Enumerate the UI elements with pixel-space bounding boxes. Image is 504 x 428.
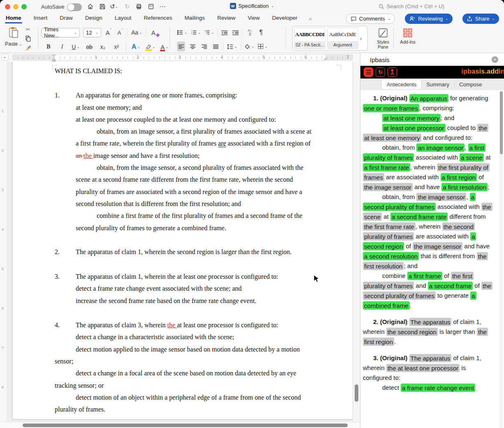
- refresh-button[interactable]: ↻: [376, 67, 385, 77]
- antecedent-chip[interactable]: a second resolution: [363, 252, 419, 260]
- right-indent-marker[interactable]: [323, 58, 327, 60]
- highlight-color-button[interactable]: ⌄: [146, 42, 155, 52]
- print-button[interactable]: [134, 2, 143, 11]
- tab-stop-selector[interactable]: ⌐: [1, 54, 9, 60]
- antecedent-chip[interactable]: a second frame: [428, 282, 473, 290]
- vertical-scrollbar[interactable]: [353, 62, 360, 422]
- shading-button[interactable]: ⌄: [244, 42, 255, 51]
- addins-button[interactable]: Add-ins: [396, 26, 420, 44]
- paste-button[interactable]: Paste ⌄: [4, 26, 23, 47]
- document-page[interactable]: WHAT IS CLAIMED IS:1.An apparatus for ge…: [12, 62, 353, 419]
- multilevel-list-button[interactable]: ⌄: [204, 28, 214, 37]
- align-left-button[interactable]: [177, 42, 185, 51]
- antecedent-chip[interactable]: at least one memory: [382, 114, 441, 122]
- horizontal-scrollbar-thumb[interactable]: [23, 423, 348, 427]
- tab-draw[interactable]: Draw: [59, 14, 74, 23]
- user-button[interactable]: [388, 67, 397, 77]
- autosave-toggle[interactable]: [67, 3, 82, 11]
- panel-scrollbar-thumb[interactable]: [500, 91, 503, 154]
- tab-references[interactable]: References: [143, 14, 173, 23]
- undo-button[interactable]: ↺⌄: [109, 2, 118, 11]
- document-title-group[interactable]: W Specification ⌄: [230, 3, 274, 9]
- tab-review[interactable]: Review: [216, 14, 236, 23]
- minimize-window-button[interactable]: [13, 4, 19, 9]
- ribbon-display-button[interactable]: [146, 2, 156, 11]
- tab-layout[interactable]: Layout: [114, 14, 132, 23]
- home-icon[interactable]: [86, 2, 95, 11]
- font-name-select[interactable]: Times New...⌄: [41, 28, 80, 37]
- more-tabs-chevron[interactable]: »: [309, 16, 312, 22]
- redo-button[interactable]: ↻: [123, 2, 132, 11]
- antecedent-chip[interactable]: a first frame: [407, 272, 442, 280]
- clear-formatting-button[interactable]: A: [149, 28, 158, 37]
- change-case-button[interactable]: Aa⌄: [131, 28, 142, 37]
- first-line-indent-marker[interactable]: [52, 55, 56, 57]
- font-color-button[interactable]: A ⌄: [160, 42, 169, 52]
- antecedent-chip[interactable]: a first frame rate: [363, 163, 410, 171]
- sort-button[interactable]: A↓ Z: [246, 28, 254, 37]
- panel-tab-compose[interactable]: Compose: [454, 80, 487, 89]
- antecedent-chip[interactable]: an image sensor: [416, 143, 465, 152]
- reference-chip[interactable]: the image sensor: [416, 193, 466, 201]
- zoom-window-button[interactable]: [21, 4, 27, 9]
- strikethrough-button[interactable]: ab: [85, 42, 93, 52]
- tab-developer[interactable]: Developer: [271, 14, 298, 23]
- antecedent-chip[interactable]: An apparatus: [409, 94, 448, 102]
- reference-chip[interactable]: the at least one processor: [386, 364, 460, 372]
- font-size-select[interactable]: 12⌄: [83, 28, 101, 37]
- style-gallery-more-button[interactable]: ›: [360, 35, 362, 42]
- shrink-font-button[interactable]: Aˇ: [116, 28, 124, 37]
- close-window-button[interactable]: [5, 4, 10, 9]
- antecedent-chip[interactable]: a first resolution: [441, 183, 488, 191]
- tab-design[interactable]: Design: [84, 14, 103, 23]
- panel-close-button[interactable]: ✕: [492, 56, 498, 63]
- align-right-button[interactable]: [200, 42, 208, 51]
- styles-pane-button[interactable]: Styles Pane: [371, 26, 395, 49]
- reference-chip[interactable]: the image sensor: [413, 242, 462, 250]
- reference-chip[interactable]: the second region: [386, 328, 438, 336]
- comments-button[interactable]: Comments ⌄: [346, 14, 395, 24]
- reference-chip[interactable]: The apparatus: [409, 354, 452, 362]
- bullets-button[interactable]: ⌄: [177, 28, 188, 37]
- copy-button[interactable]: [24, 35, 32, 42]
- format-painter-button[interactable]: [24, 44, 32, 51]
- share-button[interactable]: Share ⌄: [462, 14, 499, 24]
- antecedent-chip[interactable]: a first region: [441, 173, 477, 181]
- underline-button[interactable]: U⌄: [72, 42, 80, 52]
- cut-button[interactable]: ✂: [24, 25, 32, 33]
- tab-view[interactable]: View: [247, 14, 260, 23]
- style-card[interactable]: AaBbCcDdE Argument: [327, 28, 358, 49]
- horizontal-scrollbar[interactable]: [0, 422, 360, 428]
- reference-chip[interactable]: the first frame rate: [363, 222, 416, 231]
- superscript-button[interactable]: x²: [112, 42, 121, 52]
- borders-button[interactable]: ⌄: [258, 42, 268, 51]
- panel-scrollbar[interactable]: [499, 90, 503, 428]
- tab-insert[interactable]: Insert: [33, 14, 49, 23]
- antecedent-chip[interactable]: at least one processor: [382, 124, 446, 132]
- pilcrow-button[interactable]: ¶: [257, 28, 265, 37]
- tab-mailings[interactable]: Mailings: [183, 14, 206, 23]
- justify-button[interactable]: [211, 42, 220, 51]
- reference-chip[interactable]: the image sensor: [363, 183, 413, 191]
- menu-button[interactable]: [364, 67, 373, 77]
- antecedent-chip[interactable]: a second frame rate: [390, 213, 448, 221]
- save-button[interactable]: [98, 2, 107, 11]
- style-card[interactable]: AABBCCDDI 02 - PA Secti...: [294, 28, 325, 49]
- horizontal-ruler[interactable]: ⌐ 1234567: [0, 53, 360, 62]
- panel-tab-summary[interactable]: Summary: [421, 80, 454, 89]
- reviewing-button[interactable]: Reviewing ⌄: [405, 14, 453, 24]
- line-spacing-button[interactable]: ⌄: [227, 42, 237, 51]
- search-field[interactable]: Search (Cmd + Ctrl + U): [379, 3, 444, 9]
- grow-font-button[interactable]: Aˆ: [105, 28, 113, 37]
- numbering-button[interactable]: ⌄: [190, 28, 201, 37]
- decrease-indent-button[interactable]: [221, 28, 229, 37]
- panel-tab-antecedents[interactable]: Antecedents: [382, 80, 421, 89]
- more-toolbar-button[interactable]: ⋯: [158, 2, 167, 11]
- vertical-scrollbar-thumb[interactable]: [355, 384, 358, 402]
- bold-button[interactable]: B: [44, 42, 53, 52]
- text-effects-button[interactable]: A⌄: [132, 42, 140, 52]
- italic-button[interactable]: I: [58, 42, 66, 52]
- increase-indent-button[interactable]: [232, 28, 240, 37]
- antecedent-chip[interactable]: one or more frames: [363, 104, 419, 112]
- antecedent-chip[interactable]: a frame rate change event: [401, 384, 475, 392]
